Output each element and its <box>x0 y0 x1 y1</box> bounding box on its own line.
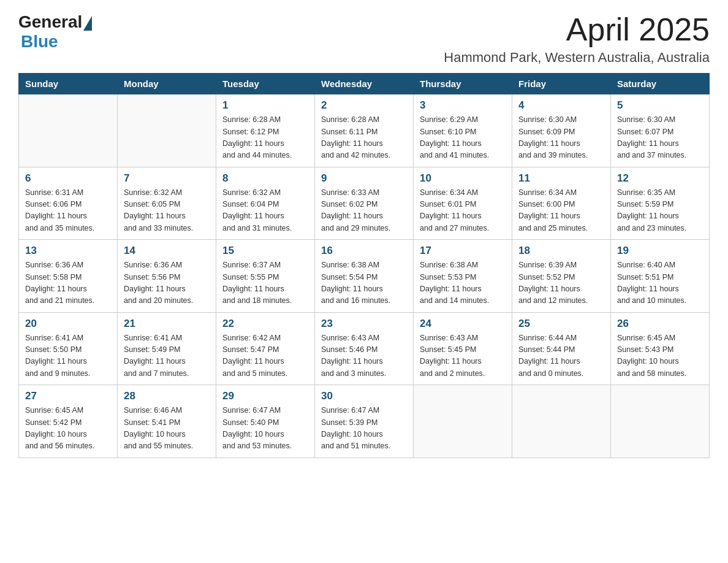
daylight-text-line1: Daylight: 11 hours <box>321 356 407 367</box>
daylight-text-line1: Daylight: 11 hours <box>222 356 308 367</box>
sunset-text: Sunset: 6:12 PM <box>222 126 308 138</box>
sunset-text: Sunset: 5:44 PM <box>518 344 604 356</box>
daylight-text-line1: Daylight: 11 hours <box>25 210 111 222</box>
daylight-text-line1: Daylight: 11 hours <box>617 283 703 295</box>
daylight-text-line1: Daylight: 11 hours <box>222 210 308 222</box>
daylight-text-line2: and and 58 minutes. <box>617 368 703 380</box>
calendar-header: SundayMondayTuesdayWednesdayThursdayFrid… <box>19 74 710 94</box>
day-info: Sunrise: 6:36 AMSunset: 5:56 PMDaylight:… <box>124 259 210 307</box>
calendar-cell: 30Sunrise: 6:47 AMSunset: 5:39 PMDayligh… <box>315 385 414 458</box>
day-number: 6 <box>25 172 111 185</box>
day-number: 23 <box>321 318 407 330</box>
sunrise-text: Sunrise: 6:29 AM <box>420 114 506 126</box>
daylight-text-line2: and and 44 minutes. <box>222 150 308 161</box>
daylight-text-line1: Daylight: 11 hours <box>420 283 506 295</box>
sunrise-text: Sunrise: 6:30 AM <box>518 114 604 126</box>
sunset-text: Sunset: 6:11 PM <box>321 126 407 138</box>
day-info: Sunrise: 6:46 AMSunset: 5:41 PMDaylight:… <box>124 405 210 453</box>
calendar-cell: 18Sunrise: 6:39 AMSunset: 5:52 PMDayligh… <box>512 240 611 313</box>
calendar-table: SundayMondayTuesdayWednesdayThursdayFrid… <box>18 73 710 458</box>
sunrise-text: Sunrise: 6:45 AM <box>617 332 703 344</box>
day-number: 28 <box>124 390 210 402</box>
calendar-cell: 23Sunrise: 6:43 AMSunset: 5:46 PMDayligh… <box>315 312 414 385</box>
day-number: 3 <box>420 99 506 112</box>
day-info: Sunrise: 6:45 AMSunset: 5:42 PMDaylight:… <box>25 405 111 453</box>
daylight-text-line2: and and 27 minutes. <box>420 223 506 234</box>
daylight-text-line2: and and 5 minutes. <box>222 368 308 380</box>
daylight-text-line1: Daylight: 11 hours <box>420 356 506 367</box>
logo: General Blue <box>18 12 92 52</box>
sunset-text: Sunset: 5:46 PM <box>321 344 407 356</box>
sunrise-text: Sunrise: 6:38 AM <box>321 259 407 271</box>
sunset-text: Sunset: 6:05 PM <box>124 199 210 210</box>
sunrise-text: Sunrise: 6:43 AM <box>420 332 506 344</box>
day-info: Sunrise: 6:31 AMSunset: 6:06 PMDaylight:… <box>25 187 111 235</box>
day-number: 27 <box>25 390 111 402</box>
sunrise-text: Sunrise: 6:36 AM <box>25 259 111 271</box>
calendar-cell <box>19 94 118 167</box>
sunrise-text: Sunrise: 6:37 AM <box>222 259 308 271</box>
sunset-text: Sunset: 6:09 PM <box>518 126 604 138</box>
calendar-cell: 12Sunrise: 6:35 AMSunset: 5:59 PMDayligh… <box>611 167 710 240</box>
calendar-cell: 29Sunrise: 6:47 AMSunset: 5:40 PMDayligh… <box>216 385 315 458</box>
sunset-text: Sunset: 5:42 PM <box>25 417 111 429</box>
sunset-text: Sunset: 5:55 PM <box>222 272 308 283</box>
calendar-week-row: 27Sunrise: 6:45 AMSunset: 5:42 PMDayligh… <box>19 385 710 458</box>
day-number: 1 <box>222 99 308 112</box>
daylight-text-line2: and and 39 minutes. <box>518 150 604 161</box>
sunrise-text: Sunrise: 6:36 AM <box>124 259 210 271</box>
daylight-text-line2: and and 2 minutes. <box>420 368 506 380</box>
day-info: Sunrise: 6:36 AMSunset: 5:58 PMDaylight:… <box>25 259 111 307</box>
weekday-header-saturday: Saturday <box>611 74 710 94</box>
day-info: Sunrise: 6:47 AMSunset: 5:40 PMDaylight:… <box>222 405 308 453</box>
sunrise-text: Sunrise: 6:46 AM <box>124 405 210 416</box>
daylight-text-line2: and and 35 minutes. <box>25 223 111 234</box>
daylight-text-line1: Daylight: 11 hours <box>25 356 111 367</box>
day-info: Sunrise: 6:35 AMSunset: 5:59 PMDaylight:… <box>617 187 703 235</box>
daylight-text-line1: Daylight: 11 hours <box>321 138 407 150</box>
day-number: 13 <box>25 245 111 257</box>
sunset-text: Sunset: 5:51 PM <box>617 272 703 283</box>
sunrise-text: Sunrise: 6:28 AM <box>222 114 308 126</box>
sunrise-text: Sunrise: 6:33 AM <box>321 187 407 199</box>
logo-blue-text: Blue <box>21 32 58 52</box>
weekday-row: SundayMondayTuesdayWednesdayThursdayFrid… <box>19 74 710 94</box>
calendar-body: 1Sunrise: 6:28 AMSunset: 6:12 PMDaylight… <box>19 94 710 458</box>
calendar-cell: 22Sunrise: 6:42 AMSunset: 5:47 PMDayligh… <box>216 312 315 385</box>
sunset-text: Sunset: 6:00 PM <box>518 199 604 210</box>
daylight-text-line2: and and 23 minutes. <box>617 223 703 234</box>
calendar-cell: 25Sunrise: 6:44 AMSunset: 5:44 PMDayligh… <box>512 312 611 385</box>
sunset-text: Sunset: 5:56 PM <box>124 272 210 283</box>
daylight-text-line1: Daylight: 11 hours <box>518 210 604 222</box>
logo-triangle-icon <box>83 16 92 31</box>
day-info: Sunrise: 6:42 AMSunset: 5:47 PMDaylight:… <box>222 332 308 380</box>
daylight-text-line1: Daylight: 11 hours <box>124 210 210 222</box>
daylight-text-line2: and and 21 minutes. <box>25 295 111 307</box>
sunrise-text: Sunrise: 6:28 AM <box>321 114 407 126</box>
daylight-text-line2: and and 51 minutes. <box>321 440 407 452</box>
calendar-cell: 20Sunrise: 6:41 AMSunset: 5:50 PMDayligh… <box>19 312 118 385</box>
day-number: 5 <box>617 99 703 112</box>
day-info: Sunrise: 6:41 AMSunset: 5:49 PMDaylight:… <box>124 332 210 380</box>
calendar-cell: 6Sunrise: 6:31 AMSunset: 6:06 PMDaylight… <box>19 167 118 240</box>
sunrise-text: Sunrise: 6:43 AM <box>321 332 407 344</box>
day-number: 18 <box>518 245 604 257</box>
day-info: Sunrise: 6:28 AMSunset: 6:11 PMDaylight:… <box>321 114 407 162</box>
calendar-cell: 24Sunrise: 6:43 AMSunset: 5:45 PMDayligh… <box>414 312 512 385</box>
logo-general-text: General <box>18 12 82 32</box>
sunset-text: Sunset: 5:53 PM <box>420 272 506 283</box>
calendar-cell <box>118 94 216 167</box>
daylight-text-line1: Daylight: 11 hours <box>518 356 604 367</box>
day-number: 4 <box>518 99 604 112</box>
day-number: 16 <box>321 245 407 257</box>
daylight-text-line2: and and 53 minutes. <box>222 440 308 452</box>
day-info: Sunrise: 6:44 AMSunset: 5:44 PMDaylight:… <box>518 332 604 380</box>
daylight-text-line2: and and 55 minutes. <box>124 440 210 452</box>
daylight-text-line2: and and 16 minutes. <box>321 295 407 307</box>
sunset-text: Sunset: 5:41 PM <box>124 417 210 429</box>
day-number: 24 <box>420 318 506 330</box>
daylight-text-line1: Daylight: 11 hours <box>617 210 703 222</box>
day-number: 20 <box>25 318 111 330</box>
sunset-text: Sunset: 5:47 PM <box>222 344 308 356</box>
daylight-text-line2: and and 3 minutes. <box>321 368 407 380</box>
